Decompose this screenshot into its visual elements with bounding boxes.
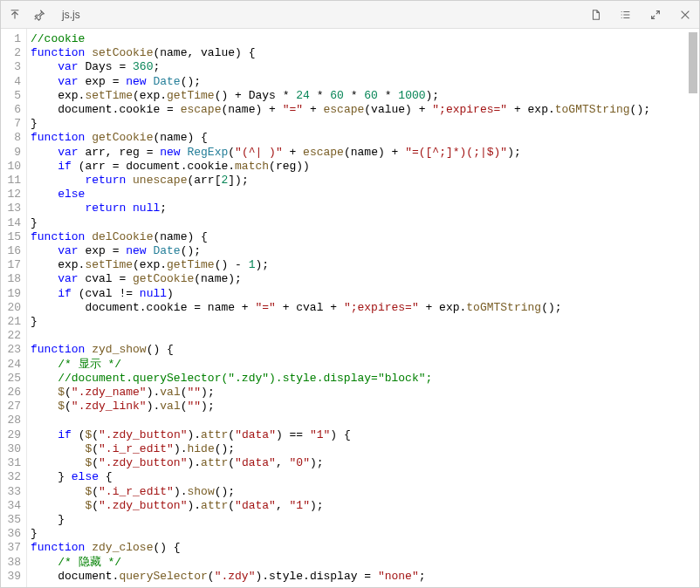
code-line[interactable]: function zdy_close() { [31,541,699,555]
code-line[interactable]: exp.setTime(exp.getTime() + Days * 24 * … [31,89,699,103]
code-line[interactable]: var exp = new Date(); [31,75,699,89]
code-line[interactable]: document.querySelector(".zdy").style.dis… [31,570,699,584]
code-line[interactable]: } [31,216,699,230]
code-line[interactable]: document.cookie = name + "=" + cval + ";… [31,301,699,315]
code-line[interactable]: //document.querySelector(".zdy").style.d… [31,372,699,386]
code-editor[interactable]: 1234567891011121314151617181920212223242… [1,29,699,587]
code-line[interactable]: return unescape(arr[2]); [31,174,699,188]
code-line[interactable]: function getCookie(name) { [31,131,699,145]
code-line[interactable]: function delCookie(name) { [31,230,699,244]
code-line[interactable]: $(".zdy_button").attr("data", "0"); [31,456,699,470]
code-line[interactable]: var exp = new Date(); [31,244,699,258]
titlebar: js.js [1,1,699,29]
code-line[interactable]: document.cookie = escape(name) + "=" + e… [31,103,699,117]
code-line[interactable]: //cookie [31,32,699,46]
code-line[interactable]: $(".zdy_link").val(""); [31,400,699,414]
code-line[interactable]: function zyd_show() { [31,343,699,357]
pin-icon[interactable] [32,8,46,22]
code-line[interactable] [31,329,699,343]
new-file-icon[interactable] [589,8,603,22]
code-line[interactable]: } [31,315,699,329]
code-line[interactable]: exp.setTime(exp.getTime() - 1); [31,258,699,272]
code-line[interactable]: } [31,117,699,131]
code-line[interactable]: if (arr = document.cookie.match(reg)) [31,160,699,174]
code-line[interactable]: if (cval != null) [31,287,699,301]
code-line[interactable]: } [31,527,699,541]
code-line[interactable]: $(".i_r_edit").show(); [31,485,699,499]
code-line[interactable]: else [31,188,699,202]
code-line[interactable]: var Days = 360; [31,60,699,74]
code-line[interactable]: if ($(".zdy_button").attr("data") == "1"… [31,428,699,442]
code-line[interactable]: function setCookie(name, value) { [31,46,699,60]
code-line[interactable]: } else { [31,470,699,484]
code-line[interactable]: $(".zdy_button").attr("data", "1"); [31,499,699,513]
code-line[interactable]: $(".zdy_name").val(""); [31,386,699,400]
line-gutter: 1234567891011121314151617181920212223242… [1,29,27,587]
code-line[interactable]: var arr, reg = new RegExp("(^| )" + esca… [31,146,699,160]
list-icon[interactable] [619,8,633,22]
filename-label: js.js [62,9,80,21]
back-top-icon[interactable] [8,8,22,22]
code-line[interactable] [31,414,699,427]
vertical-scrollbar[interactable] [689,32,697,93]
close-icon[interactable] [678,8,692,22]
code-line[interactable]: return null; [31,202,699,215]
code-area[interactable]: //cookiefunction setCookie(name, value) … [27,29,699,587]
code-line[interactable]: var cval = getCookie(name); [31,272,699,286]
code-line[interactable]: } [31,513,699,527]
expand-icon[interactable] [649,8,662,22]
code-line[interactable]: /* 隐藏 */ [31,556,699,570]
code-line[interactable]: /* 显示 */ [31,358,699,372]
code-line[interactable]: $(".i_r_edit").hide(); [31,442,699,456]
